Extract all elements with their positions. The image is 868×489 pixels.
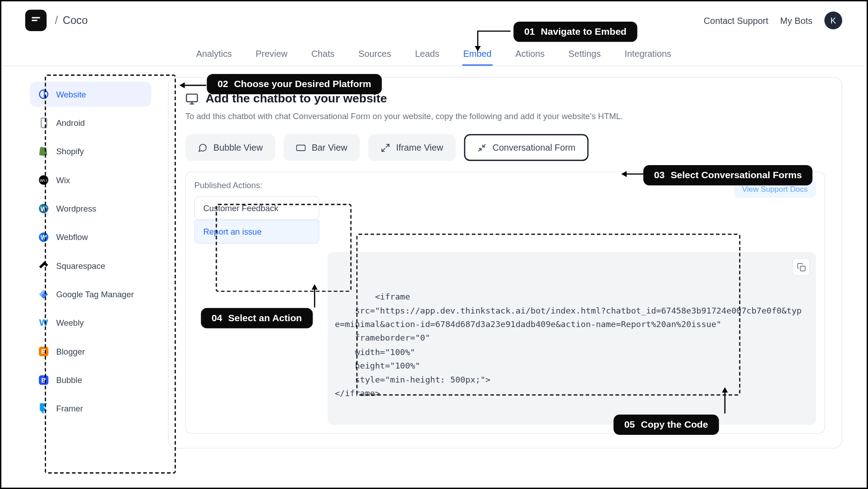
action-report-issue[interactable]: Report an issue bbox=[194, 220, 319, 244]
svg-rect-2 bbox=[800, 266, 805, 271]
sidebar-item-android[interactable]: Android bbox=[30, 111, 151, 135]
sidebar-item-webflow[interactable]: W Webflow bbox=[30, 225, 151, 249]
sidebar-item-label: Wix bbox=[56, 175, 70, 185]
sidebar-item-squarespace[interactable]: Squarespace bbox=[30, 253, 151, 278]
bar-icon bbox=[296, 143, 306, 152]
button-label: Bubble View bbox=[213, 143, 263, 152]
tab-settings[interactable]: Settings bbox=[567, 42, 602, 65]
sidebar-item-framer[interactable]: Framer bbox=[30, 396, 151, 421]
actions-title: Published Actions: bbox=[194, 180, 319, 190]
tab-actions[interactable]: Actions bbox=[514, 42, 546, 65]
contact-support-link[interactable]: Contact Support bbox=[704, 15, 768, 25]
sidebar-item-wordpress[interactable]: W Wordpress bbox=[30, 196, 151, 221]
main-panel: Add the chatbot to your website To add t… bbox=[168, 77, 842, 449]
sidebar-item-label: Google Tag Manager bbox=[56, 290, 134, 299]
blogger-icon: B bbox=[38, 346, 49, 357]
my-bots-link[interactable]: My Bots bbox=[780, 15, 813, 25]
tab-preview[interactable]: Preview bbox=[254, 42, 289, 65]
app-logo[interactable] bbox=[25, 9, 47, 31]
sidebar-item-gtm[interactable]: Google Tag Manager bbox=[30, 282, 151, 307]
published-actions-box: Published Actions: Customer Feedback Rep… bbox=[194, 180, 319, 244]
tab-integrations[interactable]: Integrations bbox=[623, 42, 673, 65]
user-avatar[interactable]: K bbox=[824, 11, 842, 29]
sidebar-item-label: Android bbox=[56, 118, 85, 128]
sidebar-item-label: Webflow bbox=[56, 232, 88, 242]
wix-icon: WIX bbox=[38, 175, 49, 185]
main-heading: Add the chatbot to your website bbox=[206, 92, 387, 106]
framer-icon bbox=[38, 403, 49, 414]
code-content[interactable]: <iframe src="https://app.dev.thinkstack.… bbox=[335, 292, 802, 398]
wordpress-icon: W bbox=[38, 203, 49, 214]
sidebar-item-label: Shopify bbox=[56, 147, 84, 156]
sidebar-item-wix[interactable]: WIX Wix bbox=[30, 167, 151, 192]
embed-code-box: <iframe src="https://app.dev.thinkstack.… bbox=[328, 252, 816, 425]
expand-icon bbox=[381, 143, 390, 152]
tab-analytics[interactable]: Analytics bbox=[195, 42, 233, 65]
shopify-icon bbox=[38, 146, 49, 157]
gtm-icon bbox=[38, 289, 49, 300]
tab-sources[interactable]: Sources bbox=[357, 42, 392, 65]
tab-leads[interactable]: Leads bbox=[414, 42, 440, 65]
svg-rect-1 bbox=[296, 145, 305, 150]
squarespace-icon bbox=[38, 260, 49, 271]
conversational-form-button[interactable]: Conversational Form bbox=[464, 134, 588, 161]
sidebar-item-label: Squarespace bbox=[56, 261, 105, 271]
weebly-icon: W bbox=[38, 318, 49, 328]
sidebar-item-bubble[interactable]: B Bubble bbox=[30, 368, 151, 392]
button-label: Conversational Form bbox=[493, 143, 576, 152]
tab-embed[interactable]: Embed bbox=[462, 42, 493, 65]
button-label: Bar View bbox=[312, 143, 347, 152]
sidebar-item-label: Weebly bbox=[56, 318, 83, 328]
globe-icon bbox=[38, 89, 49, 100]
bubble-view-button[interactable]: Bubble View bbox=[185, 134, 275, 161]
sidebar-item-label: Blogger bbox=[56, 347, 85, 356]
copy-code-button[interactable] bbox=[792, 258, 810, 276]
bar-view-button[interactable]: Bar View bbox=[284, 134, 360, 161]
bubble-icon: B bbox=[38, 375, 49, 386]
sidebar-item-label: Website bbox=[56, 89, 86, 99]
main-tabs: Analytics Preview Chats Sources Leads Em… bbox=[1, 40, 866, 66]
collapse-icon bbox=[477, 143, 486, 152]
platform-sidebar: Website Android Shopify WIX Wix W Wordpr… bbox=[25, 77, 156, 449]
phone-icon bbox=[38, 117, 49, 128]
sidebar-item-label: Bubble bbox=[56, 375, 82, 385]
sidebar-item-blogger[interactable]: B Blogger bbox=[30, 339, 151, 364]
sidebar-item-label: Framer bbox=[56, 404, 83, 413]
view-support-docs-link[interactable]: View Support Docs bbox=[734, 180, 816, 198]
sidebar-item-weebly[interactable]: W Weebly bbox=[30, 310, 151, 335]
sidebar-item-label: Wordpress bbox=[56, 204, 96, 213]
breadcrumb-title[interactable]: Coco bbox=[63, 14, 88, 27]
button-label: Iframe View bbox=[396, 143, 443, 152]
webflow-icon: W bbox=[38, 232, 49, 243]
tab-chats[interactable]: Chats bbox=[310, 42, 336, 65]
chat-bubble-icon bbox=[198, 143, 208, 152]
sidebar-item-website[interactable]: Website bbox=[30, 82, 151, 106]
breadcrumb-separator: / bbox=[55, 14, 58, 27]
action-customer-feedback[interactable]: Customer Feedback bbox=[194, 196, 319, 220]
monitor-icon bbox=[185, 92, 199, 105]
iframe-view-button[interactable]: Iframe View bbox=[368, 134, 456, 161]
main-description: To add this chatbot with chat Conversati… bbox=[185, 111, 825, 121]
sidebar-item-shopify[interactable]: Shopify bbox=[30, 139, 151, 164]
svg-rect-0 bbox=[186, 94, 197, 101]
